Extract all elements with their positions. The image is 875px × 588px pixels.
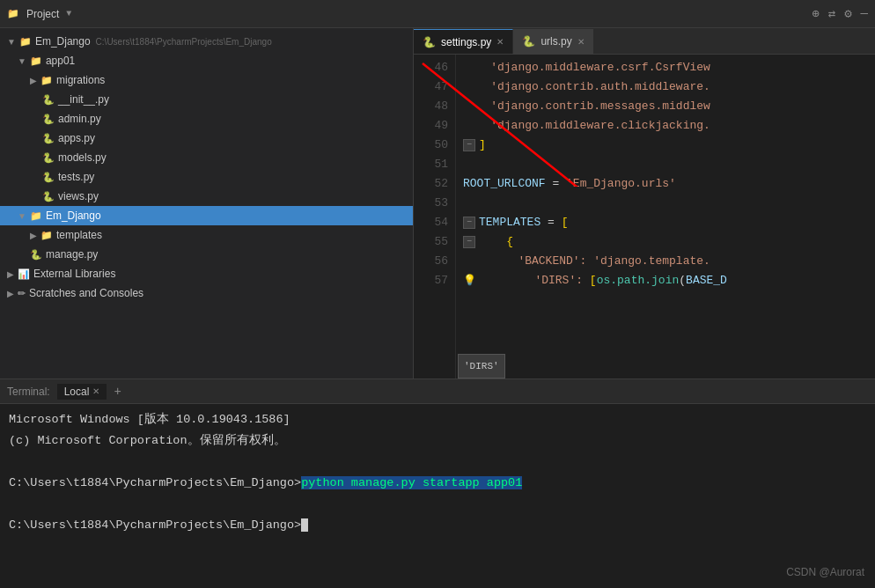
- python-file-icon: 🐍: [42, 94, 55, 106]
- expand-arrow-icon: ▶: [7, 269, 14, 279]
- fold-button[interactable]: −: [463, 236, 475, 248]
- terminal-tab-bar: Terminal: Local ✕ +: [0, 379, 875, 404]
- tree-item-templates[interactable]: ▶ 📁 templates: [0, 225, 413, 245]
- tab-close-icon[interactable]: ✕: [577, 37, 585, 47]
- folder-icon: 📁: [30, 55, 42, 67]
- folder-icon: 📁: [30, 210, 42, 222]
- terminal-area: Terminal: Local ✕ + Microsoft Windows [版…: [0, 379, 875, 588]
- python-file-tab-icon: 🐍: [423, 36, 436, 48]
- tab-settings-py[interactable]: 🐍 settings.py ✕: [414, 29, 513, 54]
- code-line-50: − ]: [463, 136, 868, 155]
- expand-arrow-icon: ▶: [30, 76, 37, 85]
- library-icon: 📊: [18, 268, 30, 280]
- terminal-tab-local[interactable]: Local ✕: [57, 384, 107, 400]
- project-tree: ▼ 📁 Em_Django C:\Users\t1884\PycharmProj…: [0, 28, 413, 379]
- terminal-content[interactable]: Microsoft Windows [版本 10.0.19043.1586] (…: [0, 404, 875, 588]
- code-line-57: 💡 'DIRS': [ os.path.join ( BASE_D: [463, 271, 868, 290]
- tree-item-app01[interactable]: ▼ 📁 app01: [0, 51, 413, 70]
- terminal-line-2: (c) Microsoft Corporation。保留所有权利。: [9, 430, 866, 452]
- terminal-line-prompt: C:\Users\t1884\PycharmProjects\Em_Django…: [9, 515, 866, 536]
- tree-item-apps-py[interactable]: 🐍 apps.py: [0, 129, 413, 148]
- settings-icon[interactable]: ⚙: [844, 6, 851, 21]
- fold-button[interactable]: −: [463, 139, 475, 151]
- terminal-label: Terminal:: [7, 386, 50, 398]
- editor-tab-bar: 🐍 settings.py ✕ 🐍 urls.py ✕: [414, 28, 875, 55]
- tree-item-init-py[interactable]: 🐍 __init__.py: [0, 90, 413, 109]
- sync-icon[interactable]: ⇄: [828, 6, 835, 21]
- code-line-53: [463, 194, 868, 213]
- terminal-line-highlight: C:\Users\t1884\PycharmProjects\Em_Django…: [9, 473, 866, 494]
- code-line-54: − TEMPLATES = [: [463, 213, 868, 232]
- python-file-icon: 🐍: [42, 133, 55, 144]
- python-file-tab-icon: 🐍: [522, 35, 535, 48]
- terminal-command: python manage.py startapp app01: [301, 476, 522, 489]
- folder-icon: 📁: [40, 230, 53, 241]
- code-line-48: 'django.contrib.messages.middlew: [463, 97, 868, 116]
- code-line-55: − {: [463, 232, 868, 252]
- terminal-cursor: [301, 518, 308, 532]
- tree-item-external-libraries[interactable]: ▶ 📊 External Libraries: [0, 264, 413, 283]
- code-tooltip: 'DIRS': [458, 354, 505, 379]
- tree-item-em-django-selected[interactable]: ▼ 📁 Em_Django: [0, 206, 413, 225]
- code-line-56: 'BACKEND': 'django.template.: [463, 252, 868, 271]
- python-file-icon: 🐍: [42, 172, 55, 183]
- tab-close-icon[interactable]: ✕: [496, 37, 504, 47]
- add-icon[interactable]: ⊕: [812, 6, 819, 21]
- project-sidebar: ▼ 📁 Em_Django C:\Users\t1884\PycharmProj…: [0, 28, 414, 379]
- expand-arrow-icon: ▶: [30, 231, 37, 240]
- tree-item-migrations[interactable]: ▶ 📁 migrations: [0, 70, 413, 90]
- path-label: C:\Users\t1884\PycharmProjects\Em_Django: [96, 37, 272, 47]
- tree-item-em-django-root[interactable]: ▼ 📁 Em_Django C:\Users\t1884\PycharmProj…: [0, 32, 413, 51]
- code-line-47: 'django.contrib.auth.middleware.: [463, 77, 868, 97]
- folder-icon: 📁: [19, 36, 32, 48]
- folder-icon: 📁: [40, 75, 53, 86]
- tab-close-icon[interactable]: ✕: [92, 386, 99, 396]
- terminal-add-tab-icon[interactable]: +: [114, 385, 121, 399]
- toolbar-icons: ⊕ ⇄ ⚙ —: [812, 6, 868, 21]
- terminal-line-1: Microsoft Windows [版本 10.0.19043.1586]: [9, 409, 866, 430]
- python-file-icon: 🐍: [30, 249, 42, 261]
- code-line-52: ROOT_URLCONF = 'Em_Django.urls': [463, 174, 868, 194]
- tree-item-scratches-consoles[interactable]: ▶ ✏ Scratches and Consoles: [0, 283, 413, 303]
- project-icon: 📁: [7, 8, 19, 19]
- expand-arrow-icon: ▼: [7, 37, 16, 47]
- code-line-46: 'django.middleware.csrf.CsrfView: [463, 58, 868, 77]
- scratch-icon: ✏: [18, 288, 26, 299]
- code-area[interactable]: 46 47 48 49 50 51 52 53 54 55 56 57 'dja…: [414, 55, 875, 379]
- watermark: CSDN @Aurorat: [786, 562, 864, 583]
- tree-item-admin-py[interactable]: 🐍 admin.py: [0, 109, 413, 129]
- minimize-icon[interactable]: —: [861, 6, 868, 21]
- expand-arrow-icon: ▼: [18, 56, 26, 66]
- dropdown-arrow-icon[interactable]: ▼: [66, 9, 71, 18]
- python-file-icon: 🐍: [42, 191, 55, 202]
- expand-arrow-icon: ▼: [18, 211, 26, 221]
- tab-urls-py[interactable]: 🐍 urls.py ✕: [513, 29, 593, 54]
- python-file-icon: 🐍: [42, 114, 55, 125]
- tree-item-views-py[interactable]: 🐍 views.py: [0, 187, 413, 206]
- expand-arrow-icon: ▶: [7, 289, 14, 298]
- code-line-51: [463, 155, 868, 174]
- project-toolbar: 📁 Project ▼ ⊕ ⇄ ⚙ —: [0, 0, 875, 28]
- tree-item-manage-py[interactable]: 🐍 manage.py: [0, 245, 413, 264]
- code-line-49: 'django.middleware.clickjacking.: [463, 116, 868, 136]
- python-file-icon: 🐍: [42, 152, 55, 164]
- terminal-line-5: [9, 494, 866, 515]
- code-editor[interactable]: 'django.middleware.csrf.CsrfView 'django…: [456, 55, 875, 379]
- main-area: ▼ 📁 Em_Django C:\Users\t1884\PycharmProj…: [0, 28, 875, 379]
- line-numbers: 46 47 48 49 50 51 52 53 54 55 56 57: [414, 55, 456, 379]
- fold-button[interactable]: −: [463, 217, 475, 229]
- project-label: Project: [26, 8, 59, 20]
- tree-item-models-py[interactable]: 🐍 models.py: [0, 148, 413, 167]
- terminal-line-3: [9, 452, 866, 473]
- lightbulb-icon[interactable]: 💡: [463, 271, 476, 290]
- tree-item-tests-py[interactable]: 🐍 tests.py: [0, 167, 413, 187]
- editor-area: 🐍 settings.py ✕ 🐍 urls.py ✕ 46 47 48 49 …: [414, 28, 875, 379]
